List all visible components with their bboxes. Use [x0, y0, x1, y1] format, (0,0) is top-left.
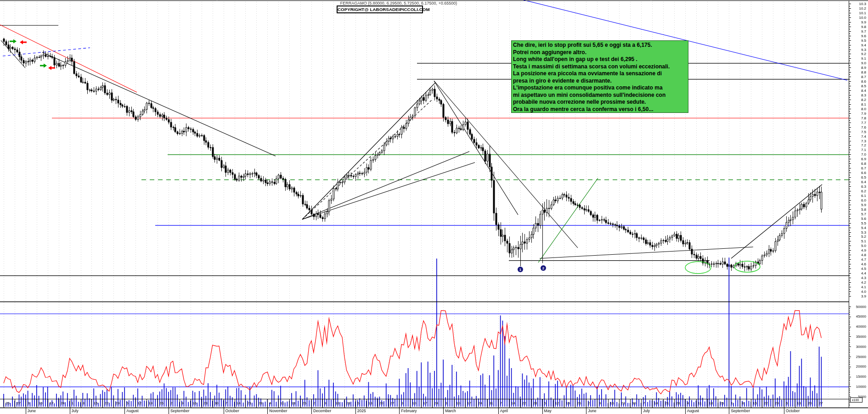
commentary-note[interactable]: Che dire, ieri lo stop profit sui 5,65 e…	[511, 40, 688, 113]
commentary-line: L'impostazione era comunque positiva com…	[513, 84, 687, 92]
commentary-line: Ora la guardo mentre cerca la conferma v…	[513, 106, 687, 113]
chart-root: FERRAGAMO (5.80000, 6.29500, 5.72500, 6.…	[0, 0, 868, 414]
commentary-line: probabile nuova correzione nelle prossim…	[513, 99, 687, 106]
commentary-line: Testa i massimi di settimana scorsa con …	[513, 63, 687, 71]
copyright-badge: COPYRIGHT@ LABORSADEIPICCOLI.COM	[337, 6, 423, 13]
price-volume-chart-canvas[interactable]	[0, 0, 868, 414]
commentary-line: La posizione era piccola ma ovviamente l…	[513, 70, 687, 78]
commentary-line: mi aspettavo un mini consolidamento sull…	[513, 92, 687, 99]
commentary-line: Long white dall'open in gap up e test de…	[513, 56, 687, 63]
chart-title: FERRAGAMO (5.80000, 6.29500, 5.72500, 6.…	[340, 1, 457, 6]
commentary-line: Potrei non aggiungere altro.	[513, 49, 687, 56]
commentary-line: presa in giro è evidente e disarmante.	[513, 78, 687, 85]
commentary-line: Che dire, ieri lo stop profit sui 5,65 e…	[513, 42, 687, 49]
